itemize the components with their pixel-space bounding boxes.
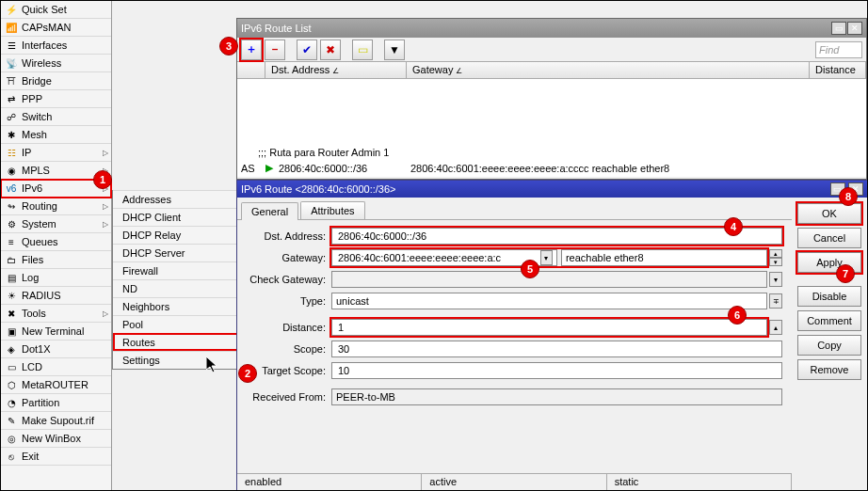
chevron-right-icon: ▷	[103, 309, 108, 318]
sidebar-item-log[interactable]: ▤Log	[1, 269, 111, 287]
mpls-icon: ◉	[4, 163, 19, 178]
submenu-label: Firewall	[122, 265, 158, 277]
window-title: IPv6 Route List	[241, 23, 312, 34]
disable-button[interactable]: Disable	[797, 286, 861, 307]
disable-button[interactable]: ✖	[320, 40, 341, 60]
files-icon: 🗀	[4, 252, 19, 267]
sidebar-item-label: Partition	[22, 397, 59, 408]
sidebar-item-label: Queues	[22, 236, 58, 247]
sidebar-item-routing[interactable]: ↬Routing▷	[1, 198, 111, 215]
status-static: static	[607, 474, 792, 490]
chevron-down-icon[interactable]: ∓	[769, 293, 782, 309]
sidebar-item-partition[interactable]: ◔Partition	[1, 394, 111, 412]
ok-button[interactable]: OK	[797, 203, 861, 224]
distance-input[interactable]	[331, 319, 767, 336]
sidebar-item-quickset[interactable]: ⚡Quick Set	[1, 1, 111, 19]
sidebar-item-newterminal[interactable]: ▣New Terminal	[1, 323, 111, 341]
sidebar-item-label: RADIUS	[22, 290, 61, 301]
submenu-label: DHCP Relay	[122, 230, 181, 241]
sidebar-item-label: IP	[22, 147, 31, 158]
comment-button[interactable]: ▭	[352, 40, 373, 60]
col-flags[interactable]	[237, 62, 265, 78]
sidebar-item-exit[interactable]: ⎋Exit	[1, 448, 111, 466]
sidebar-item-newwinbox[interactable]: ◎New WinBox	[1, 430, 111, 448]
check-gateway-input[interactable]	[331, 271, 767, 288]
target-scope-input[interactable]	[331, 362, 782, 379]
sidebar-item-capsman[interactable]: 📶CAPsMAN	[1, 19, 111, 37]
cancel-button[interactable]: Cancel	[797, 228, 861, 248]
col-distance[interactable]: Distance ▾	[810, 62, 866, 78]
remove-button[interactable]: Remove	[797, 359, 861, 380]
sidebar-item-label: Interfaces	[22, 40, 67, 51]
sidebar-item-files[interactable]: 🗀Files	[1, 251, 111, 269]
submenu-label: Settings	[122, 355, 160, 366]
add-button[interactable]: ＋	[241, 40, 262, 60]
submenu-label: Pool	[122, 319, 143, 330]
up-arrow-icon[interactable]: ▴	[769, 320, 782, 335]
minimize-icon[interactable]: ▭	[831, 22, 846, 35]
route-list-body[interactable]: ;;; Ruta para Router Admin 1 AS ▶ 2806:4…	[237, 79, 866, 177]
scope-input[interactable]	[331, 341, 782, 357]
sidebar-item-dot1x[interactable]: ◈Dot1X	[1, 341, 111, 358]
sidebar-item-interfaces[interactable]: ☰Interfaces	[1, 37, 111, 55]
tab-attributes[interactable]: Attributes	[300, 201, 364, 219]
type-input[interactable]: unicast	[331, 293, 767, 309]
dst-address-input[interactable]	[331, 228, 782, 245]
chevron-down-icon[interactable]: ▾	[769, 272, 782, 287]
log-icon: ▤	[4, 270, 19, 285]
dot1x-icon: ◈	[4, 341, 19, 356]
enable-button[interactable]: ✔	[297, 40, 317, 60]
route-row[interactable]: AS ▶ 2806:40c:6000::/36 2806:40c:6001:ee…	[237, 160, 866, 176]
copy-button[interactable]: Copy	[797, 335, 861, 356]
col-dst[interactable]: Dst. Address ∠	[265, 62, 407, 78]
route-edit-titlebar[interactable]: IPv6 Route <2806:40c:6000::/36> ▭ ✕	[237, 181, 867, 198]
route-comment: ;;; Ruta para Router Admin 1	[237, 145, 866, 160]
received-from: PEER-to-MB	[331, 388, 782, 405]
gateway-spinner[interactable]: ▴▾	[769, 249, 782, 266]
step-badge-6: 6	[728, 306, 747, 325]
sidebar-item-bridge[interactable]: ⛩Bridge	[1, 72, 111, 90]
find-input[interactable]: Find	[815, 41, 862, 58]
sidebar-item-queues[interactable]: ≡Queues	[1, 233, 111, 251]
route-active-icon: ▶	[265, 162, 279, 174]
sidebar-item-label: Files	[22, 254, 43, 265]
filter-button[interactable]: ▼	[384, 40, 405, 60]
row-dst: 2806:40c:6000::/36	[279, 163, 410, 174]
step-badge-7: 7	[836, 264, 855, 283]
route-list-window: IPv6 Route List ▭ ✕ ＋ － ✔ ✖ ▭ ▼ Find Dst…	[236, 18, 867, 180]
route-list-titlebar[interactable]: IPv6 Route List ▭ ✕	[237, 19, 866, 38]
sidebar-item-label: PPP	[22, 93, 42, 104]
sidebar-item-label: Exit	[22, 451, 39, 462]
col-gateway[interactable]: Gateway ∠	[407, 62, 810, 78]
sidebar-item-switch[interactable]: ☍Switch	[1, 108, 111, 126]
supout-icon: ✎	[4, 413, 19, 428]
submenu-label: ND	[122, 283, 137, 294]
sidebar-item-radius[interactable]: ☀RADIUS	[1, 287, 111, 305]
sidebar-item-label: Mesh	[22, 129, 47, 140]
gateway-status: reachable ether8	[561, 249, 767, 266]
sidebar-item-supout[interactable]: ✎Make Supout.rif	[1, 412, 111, 430]
close-icon[interactable]: ✕	[847, 22, 862, 35]
remove-button[interactable]: －	[265, 40, 285, 60]
tab-general[interactable]: General	[241, 202, 298, 220]
sidebar-item-ip[interactable]: ☷IP▷	[1, 144, 111, 162]
submenu-label: DHCP Server	[122, 247, 185, 259]
sidebar-item-label: Wireless	[22, 57, 61, 69]
sidebar-item-lcd[interactable]: ▭LCD	[1, 358, 111, 376]
sidebar-item-ppp[interactable]: ⇄PPP	[1, 90, 111, 108]
submenu-label: Routes	[122, 337, 155, 348]
route-edit-window: IPv6 Route <2806:40c:6000::/36> ▭ ✕ Gene…	[236, 180, 868, 491]
sidebar-item-label: LCD	[22, 361, 42, 372]
sidebar-item-system[interactable]: ⚙System▷	[1, 215, 111, 233]
sidebar-item-label: System	[22, 218, 56, 230]
chevron-down-icon[interactable]: ▾	[540, 250, 553, 265]
step-badge-4: 4	[724, 217, 743, 236]
sidebar-item-mesh[interactable]: ✱Mesh	[1, 126, 111, 144]
comment-button[interactable]: Comment	[797, 310, 861, 331]
sidebar-item-tools[interactable]: ✖Tools▷	[1, 305, 111, 323]
window-title: IPv6 Route <2806:40c:6000::/36>	[241, 183, 396, 195]
submenu-label: Addresses	[122, 194, 171, 205]
sidebar-item-metarouter[interactable]: ⬡MetaROUTER	[1, 376, 111, 394]
step-badge-2: 2	[238, 364, 257, 383]
sidebar-item-wireless[interactable]: 📡Wireless	[1, 55, 111, 72]
